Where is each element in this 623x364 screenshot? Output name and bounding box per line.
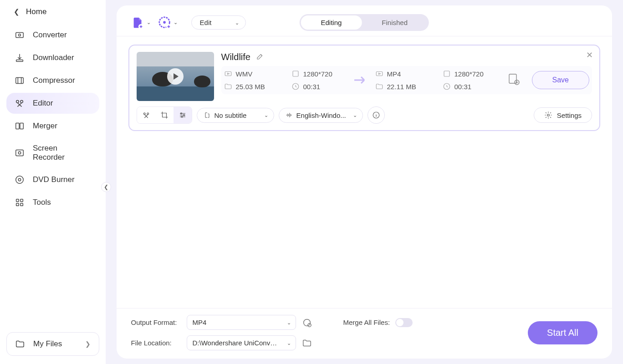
svg-point-34: [547, 114, 550, 116]
editor-icon: [15, 98, 25, 108]
content-area: ✕ Wildlife WMV 1280*720 25.03 M: [117, 36, 612, 308]
svg-rect-14: [16, 203, 19, 206]
compressor-icon: [15, 76, 25, 86]
start-all-button[interactable]: Start All: [528, 321, 597, 344]
source-info: WMV 1280*720 25.03 MB 00:31: [224, 70, 346, 91]
sidebar-item-editor[interactable]: Editor: [6, 93, 99, 114]
svg-point-28: [143, 113, 145, 115]
file-location-select[interactable]: D:\Wondershare UniConverter 1 ⌄: [187, 335, 296, 350]
chevron-down-icon: ⌄: [287, 319, 291, 325]
svg-rect-23: [376, 72, 383, 76]
settings-label: Settings: [557, 111, 582, 119]
output-format-select[interactable]: MP4 ⌄: [187, 315, 296, 330]
main: ⌄ ⌄ Edit ⌄ Editing Finished ✕ W: [106, 0, 623, 364]
save-button[interactable]: Save: [532, 71, 589, 89]
add-file-button[interactable]: ⌄: [131, 16, 151, 30]
dst-format: MP4: [387, 70, 401, 78]
sidebar-item-label: Downloader: [33, 53, 74, 62]
rename-icon[interactable]: [256, 52, 264, 62]
close-icon[interactable]: ✕: [586, 50, 593, 60]
svg-rect-24: [444, 71, 449, 76]
chevron-right-icon: ❯: [85, 340, 91, 348]
dst-size: 22.11 MB: [387, 83, 416, 91]
panel: ⌄ ⌄ Edit ⌄ Editing Finished ✕ W: [117, 5, 612, 359]
home-row[interactable]: ❮ Home: [0, 3, 106, 25]
sidebar-item-label: Converter: [33, 30, 67, 40]
destination-info: MP4 1280*720 22.11 MB 00:31: [375, 70, 497, 91]
svg-point-18: [163, 21, 166, 24]
svg-rect-13: [20, 199, 23, 202]
svg-point-1: [19, 34, 21, 36]
sidebar-item-label: Screen Recorder: [33, 144, 91, 162]
merge-toggle[interactable]: [395, 318, 413, 327]
chevron-down-icon: ⌄: [174, 20, 178, 25]
sidebar-item-tools[interactable]: Tools: [6, 192, 99, 213]
svg-rect-7: [20, 123, 23, 129]
settings-button[interactable]: Settings: [534, 107, 592, 123]
svg-point-11: [18, 178, 21, 181]
subtitle-value: No subtitle: [214, 111, 247, 119]
sidebar-item-label: Editor: [33, 99, 53, 108]
chevron-down-icon: ⌄: [147, 20, 151, 25]
file-title: Wildlife: [221, 52, 250, 62]
sidebar-item-label: Tools: [33, 198, 51, 207]
svg-rect-8: [16, 150, 24, 156]
svg-rect-20: [225, 72, 231, 76]
svg-rect-26: [509, 74, 516, 83]
audio-track-select[interactable]: English-Windo... ⌄: [279, 108, 363, 123]
svg-rect-0: [16, 33, 24, 38]
sidebar-item-label: Merger: [33, 121, 57, 131]
crop-button[interactable]: [155, 107, 174, 123]
subtitle-select[interactable]: No subtitle ⌄: [197, 108, 274, 123]
home-label: Home: [26, 7, 46, 16]
video-thumbnail[interactable]: [137, 52, 214, 101]
sidebar-item-merger[interactable]: Merger: [6, 116, 99, 136]
svg-rect-2: [16, 60, 23, 62]
svg-rect-15: [20, 203, 23, 206]
folder-icon: [15, 339, 25, 349]
footer: Output Format: MP4 ⌄ Merge All Files: St…: [117, 308, 612, 359]
sidebar-item-label: DVD Burner: [33, 175, 75, 184]
sidebar-item-downloader[interactable]: Downloader: [6, 47, 99, 68]
svg-rect-6: [16, 123, 19, 129]
adjust-button[interactable]: [174, 107, 192, 123]
sidebar-item-compressor[interactable]: Compressor: [6, 70, 99, 91]
tools-icon: [15, 197, 25, 207]
sidebar: ❮ Home Converter Downloader Compressor E…: [0, 0, 106, 364]
chevron-down-icon: ⌄: [353, 112, 357, 118]
svg-rect-12: [16, 199, 19, 202]
file-location-value: D:\Wondershare UniConverter 1: [193, 339, 290, 347]
format-settings-icon[interactable]: [301, 317, 312, 328]
src-duration: 00:31: [303, 83, 321, 91]
play-icon[interactable]: [167, 68, 184, 85]
svg-point-29: [147, 113, 148, 115]
trim-button[interactable]: [137, 107, 155, 123]
sidebar-item-screen-recorder[interactable]: Screen Recorder: [6, 138, 99, 167]
src-resolution: 1280*720: [303, 70, 332, 78]
edit-mode-select[interactable]: Edit ⌄: [191, 15, 246, 30]
downloader-icon: [15, 53, 25, 63]
collapse-sidebar-button[interactable]: ❮: [101, 182, 111, 192]
output-settings-icon[interactable]: [507, 73, 520, 87]
svg-rect-3: [16, 78, 24, 84]
tab-editing[interactable]: Editing: [301, 15, 362, 30]
sidebar-item-converter[interactable]: Converter: [6, 25, 99, 46]
my-files-button[interactable]: My Files ❯: [6, 332, 99, 356]
converter-icon: [15, 30, 25, 40]
my-files-label: My Files: [33, 339, 62, 349]
chevron-down-icon: ⌄: [235, 20, 239, 25]
chevron-down-icon: ⌄: [287, 340, 291, 346]
add-disc-button[interactable]: ⌄: [158, 16, 178, 30]
src-format: WMV: [236, 70, 253, 78]
back-chevron-icon[interactable]: ❮: [14, 8, 20, 16]
svg-point-5: [20, 101, 23, 103]
svg-rect-21: [293, 71, 298, 76]
info-button[interactable]: [368, 106, 385, 124]
tab-finished[interactable]: Finished: [362, 15, 428, 30]
chevron-down-icon: ⌄: [264, 112, 268, 118]
status-tabs: Editing Finished: [299, 14, 429, 31]
output-format-label: Output Format:: [131, 318, 181, 326]
sidebar-item-dvd-burner[interactable]: DVD Burner: [6, 169, 99, 190]
open-folder-icon[interactable]: [301, 338, 312, 349]
dvd-burner-icon: [15, 175, 25, 185]
